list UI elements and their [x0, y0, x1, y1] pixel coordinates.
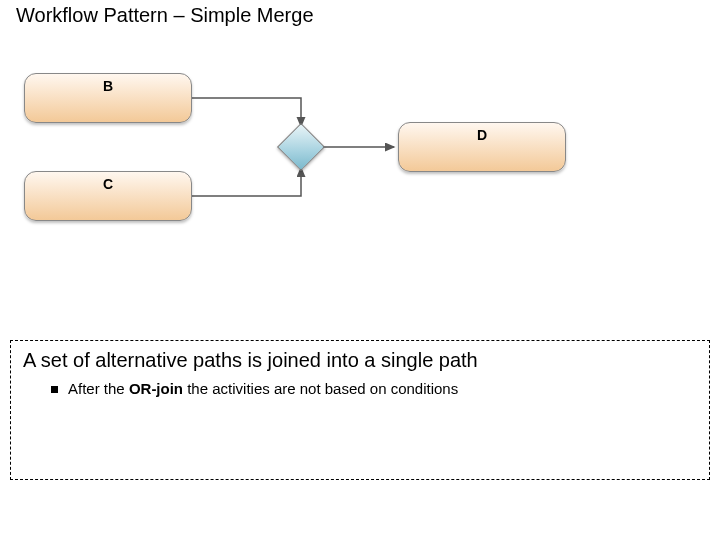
node-b-label: B — [103, 78, 113, 94]
description-heading: A set of alternative paths is joined int… — [23, 349, 697, 372]
bullet-prefix: After the — [68, 380, 129, 397]
diamond-icon — [277, 123, 325, 171]
page-title: Workflow Pattern – Simple Merge — [16, 4, 314, 27]
node-b: B — [24, 73, 192, 123]
bullet-text: After the OR-join the activities are not… — [68, 380, 458, 397]
merge-gateway — [284, 130, 318, 164]
bullet-icon — [51, 386, 58, 393]
workflow-diagram: B C D — [24, 68, 574, 258]
node-c: C — [24, 171, 192, 221]
bullet-suffix: the activities are not based on conditio… — [183, 380, 458, 397]
node-d: D — [398, 122, 566, 172]
node-c-label: C — [103, 176, 113, 192]
description-bullet: After the OR-join the activities are not… — [23, 380, 697, 397]
bullet-bold: OR-join — [129, 380, 183, 397]
description-box: A set of alternative paths is joined int… — [10, 340, 710, 480]
node-d-label: D — [477, 127, 487, 143]
